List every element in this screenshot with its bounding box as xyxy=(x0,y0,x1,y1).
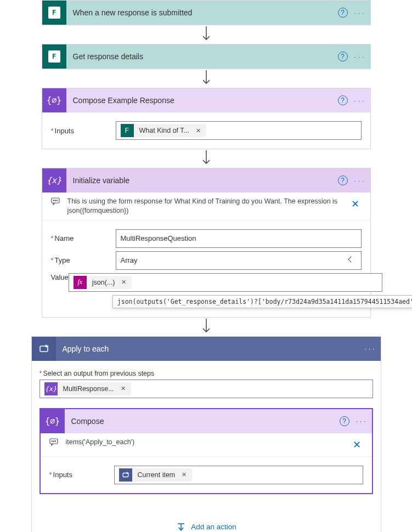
token-label: Current item xyxy=(136,471,177,479)
loop-icon xyxy=(119,468,132,482)
type-select[interactable]: Array xyxy=(116,251,362,270)
card-title: When a new response is submitted xyxy=(66,8,335,17)
compose-icon: {∅} xyxy=(41,409,65,433)
field-label: Inputs xyxy=(51,127,116,135)
arrow-icon xyxy=(201,69,211,88)
comment-row: This is using the form response for What… xyxy=(42,193,370,220)
variable-icon: {x} xyxy=(42,168,66,193)
comment-text: items('Apply_to_each') xyxy=(66,438,345,447)
token-label: json(...) xyxy=(90,279,116,286)
svg-point-12 xyxy=(55,441,55,442)
token-remove-icon[interactable]: ✕ xyxy=(119,279,128,286)
card-header[interactable]: {∅} Compose ? · · · xyxy=(41,409,372,433)
arrow-icon xyxy=(201,25,211,44)
card-header[interactable]: {∅} Compose Example Response ? · · · xyxy=(42,88,370,112)
field-label: Value xyxy=(51,273,69,281)
token-remove-icon[interactable]: ✕ xyxy=(118,385,128,392)
add-action-button[interactable]: Add an action xyxy=(176,522,236,532)
more-icon[interactable]: · · · xyxy=(352,49,367,64)
svg-point-4 xyxy=(53,200,54,201)
field-label: Type xyxy=(51,256,116,264)
token-label: What Kind of T... xyxy=(137,127,190,134)
card-header[interactable]: F When a new response is submitted ? · ·… xyxy=(42,1,370,25)
close-icon[interactable]: ✕ xyxy=(349,197,362,211)
field-label: Inputs xyxy=(49,471,114,479)
loop-icon xyxy=(32,337,56,361)
select-output-label: Select an output from previous steps xyxy=(39,370,373,377)
flow-canvas: F When a new response is submitted ? · ·… xyxy=(0,0,412,532)
field-inputs: Inputs Current item ✕ xyxy=(49,466,363,484)
field-value: Value fx json(...) ✕ json(outputs('Get_r… xyxy=(51,273,362,308)
step-initialize-variable[interactable]: {x} Initialize variable ? · · · This is … xyxy=(42,168,371,318)
card-title: Apply to each xyxy=(56,344,362,353)
card-title: Compose Example Response xyxy=(66,96,335,105)
card-title: Compose xyxy=(65,417,337,426)
expression-tooltip: json(outputs('Get_response_details')?['b… xyxy=(112,295,412,308)
close-icon[interactable]: ✕ xyxy=(351,438,363,452)
help-icon[interactable]: ? xyxy=(337,414,352,429)
forms-icon: F xyxy=(121,124,134,137)
token-label: MultiResponse... xyxy=(61,385,115,393)
comment-text: This is using the form response for What… xyxy=(67,197,343,216)
card-title: Initialize variable xyxy=(66,176,335,185)
token-remove-icon[interactable]: ✕ xyxy=(179,471,189,478)
token-expression[interactable]: fx json(...) ✕ xyxy=(74,276,132,289)
card-title: Get response details xyxy=(66,52,335,61)
more-icon[interactable]: · · · xyxy=(362,341,377,356)
card-header[interactable]: {x} Initialize variable ? · · · xyxy=(42,168,370,193)
step-compose-example[interactable]: {∅} Compose Example Response ? · · · Inp… xyxy=(42,88,371,149)
help-icon[interactable]: ? xyxy=(335,49,351,64)
comment-icon xyxy=(49,438,60,448)
svg-point-10 xyxy=(52,441,52,442)
arrow-icon xyxy=(201,318,211,336)
name-input[interactable]: MultiResponseQuestion xyxy=(116,229,362,248)
card-header[interactable]: Apply to each · · · xyxy=(32,337,381,361)
step-compose-nested[interactable]: {∅} Compose ? · · · items('Apply_to_each… xyxy=(39,408,373,494)
svg-point-6 xyxy=(57,200,57,201)
step-trigger-forms[interactable]: F When a new response is submitted ? · ·… xyxy=(42,0,371,25)
help-icon[interactable]: ? xyxy=(335,93,351,108)
svg-point-5 xyxy=(55,200,55,201)
type-value: Array xyxy=(121,256,138,264)
more-icon[interactable]: · · · xyxy=(353,414,369,429)
more-icon[interactable]: · · · xyxy=(352,5,367,20)
forms-icon: F xyxy=(42,44,66,69)
inputs-control[interactable]: F What Kind of T... ✕ xyxy=(116,121,362,140)
token-variable[interactable]: {x} MultiResponse... ✕ xyxy=(44,382,131,395)
arrow-icon xyxy=(201,149,211,168)
more-icon[interactable]: · · · xyxy=(352,173,367,188)
comment-icon xyxy=(51,197,62,207)
fx-icon: fx xyxy=(74,276,87,289)
field-name: Name MultiResponseQuestion xyxy=(51,229,362,248)
comment-row: items('Apply_to_each') ✕ xyxy=(41,433,372,457)
help-icon[interactable]: ? xyxy=(335,5,351,20)
token-current-item[interactable]: Current item ✕ xyxy=(119,468,193,482)
field-type: Type Array xyxy=(51,251,362,270)
field-label: Name xyxy=(51,234,116,242)
field-inputs: Inputs F What Kind of T... ✕ xyxy=(51,121,362,140)
more-icon[interactable]: · · · xyxy=(352,93,367,108)
token-remove-icon[interactable]: ✕ xyxy=(194,127,203,134)
card-header[interactable]: F Get response details ? · · · xyxy=(42,44,370,69)
chevron-down-icon xyxy=(348,256,354,262)
variable-icon: {x} xyxy=(44,382,58,395)
forms-icon: F xyxy=(42,1,66,25)
compose-icon: {∅} xyxy=(42,88,66,112)
value-input[interactable]: fx json(...) ✕ xyxy=(69,273,382,292)
help-icon[interactable]: ? xyxy=(335,173,351,188)
name-value: MultiResponseQuestion xyxy=(121,234,196,242)
inputs-control[interactable]: Current item ✕ xyxy=(114,466,363,484)
step-get-response[interactable]: F Get response details ? · · · xyxy=(42,44,371,69)
add-action-label: Add an action xyxy=(191,523,236,531)
select-output-input[interactable]: {x} MultiResponse... ✕ xyxy=(39,380,373,398)
svg-point-11 xyxy=(53,441,54,442)
step-apply-to-each[interactable]: Apply to each · · · Select an output fro… xyxy=(31,336,381,532)
token-forms-question[interactable]: F What Kind of T... ✕ xyxy=(121,124,206,137)
